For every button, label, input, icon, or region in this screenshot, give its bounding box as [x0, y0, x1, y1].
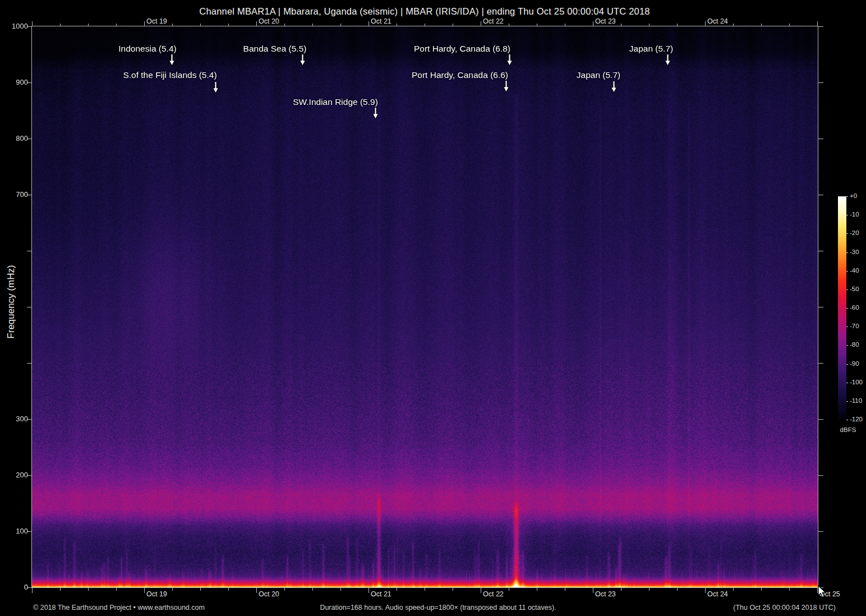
- x-tick-label-top: Oct 22: [483, 17, 504, 25]
- footer-timestamp: (Thu Oct 25 00:00:04 2018 UTC): [733, 604, 836, 612]
- x-minor-tick-bottom: [649, 588, 650, 591]
- colorbar-tick-label: -70: [850, 323, 859, 329]
- x-minor-tick-bottom: [228, 588, 229, 591]
- y-tick-right: [818, 531, 823, 532]
- x-minor-tick-bottom: [537, 588, 537, 591]
- x-minor-tick-top: [733, 24, 734, 26]
- x-minor-tick-bottom: [677, 588, 678, 591]
- x-minor-tick-top: [60, 24, 61, 26]
- x-minor-tick-top: [200, 24, 201, 26]
- x-minor-tick-bottom: [60, 588, 61, 591]
- x-minor-tick-top: [537, 24, 537, 26]
- y-tick-right: [818, 475, 823, 476]
- down-arrow-icon: [168, 54, 176, 66]
- x-minor-tick-bottom: [621, 588, 621, 591]
- figure-title: Channel MBAR1A | Mbarara, Uganda (seismi…: [199, 6, 650, 17]
- x-major-tick-bottom: [32, 588, 33, 593]
- x-minor-tick-bottom: [761, 588, 762, 591]
- y-tick-right: [818, 26, 823, 27]
- y-tick-label: 0: [1, 583, 28, 591]
- x-minor-tick-bottom: [284, 588, 285, 591]
- colorbar: [838, 196, 846, 420]
- colorbar-tick-label: -120: [850, 416, 863, 422]
- earthquake-label: Banda Sea (5.5): [243, 44, 307, 54]
- x-major-tick-top: [593, 21, 593, 26]
- x-major-tick-top: [817, 21, 818, 26]
- earthquake-label: Japan (5.7): [629, 44, 673, 54]
- colorbar-tick: [846, 308, 848, 309]
- x-major-tick-top: [144, 21, 145, 26]
- colorbar-tick-label: -110: [850, 397, 862, 404]
- x-major-tick-bottom: [144, 588, 145, 593]
- x-tick-label-top: Oct 23: [595, 17, 616, 25]
- colorbar-tick: [846, 327, 848, 327]
- x-minor-tick-top: [621, 24, 621, 26]
- x-major-tick-bottom: [256, 588, 257, 593]
- x-major-tick-bottom: [481, 588, 481, 593]
- y-tick-right: [818, 419, 823, 420]
- down-arrow-icon: [664, 54, 671, 66]
- colorbar-tick-label: -20: [850, 229, 859, 236]
- x-major-tick-top: [368, 21, 369, 26]
- x-major-tick-top: [705, 21, 706, 26]
- x-minor-tick-top: [312, 24, 313, 26]
- x-tick-label-top: Oct 19: [146, 17, 167, 25]
- x-tick-label-top: Oct 24: [707, 17, 728, 25]
- down-arrow-icon: [610, 81, 618, 93]
- colorbar-tick-label: -10: [850, 211, 859, 218]
- x-major-tick-bottom: [593, 588, 593, 593]
- x-minor-tick-top: [172, 24, 173, 26]
- colorbar-tick: [846, 233, 848, 234]
- y-axis-title: Frequency (mHz): [6, 265, 17, 338]
- colorbar-tick-label: -100: [850, 379, 863, 385]
- x-minor-tick-top: [453, 24, 453, 26]
- colorbar-tick: [846, 196, 848, 197]
- x-minor-tick-top: [340, 24, 341, 26]
- spectrogram-figure: Channel MBAR1A | Mbarara, Uganda (seismi…: [0, 0, 866, 616]
- x-minor-tick-top: [425, 24, 425, 26]
- colorbar-tick: [846, 345, 848, 346]
- colorbar-title: dBFS: [840, 426, 856, 433]
- colorbar-tick: [846, 252, 848, 253]
- colorbar-tick: [846, 364, 848, 365]
- y-tick-label: 700: [1, 190, 28, 199]
- colorbar-tick: [846, 401, 848, 402]
- x-minor-tick-bottom: [453, 588, 453, 591]
- colorbar-tick: [846, 215, 848, 215]
- y-tick-label: 900: [1, 78, 28, 86]
- footer-duration: Duration=168 hours. Audio speed-up=1800×…: [320, 604, 556, 612]
- x-minor-tick-top: [565, 24, 565, 26]
- x-minor-tick-bottom: [340, 588, 341, 591]
- x-major-tick-bottom: [705, 588, 706, 593]
- x-minor-tick-bottom: [172, 588, 173, 591]
- y-tick-right: [818, 82, 823, 83]
- y-tick-right: [818, 139, 823, 139]
- down-arrow-icon: [372, 107, 379, 119]
- x-minor-tick-bottom: [397, 588, 397, 591]
- x-tick-label-bottom: Oct 20: [259, 590, 279, 598]
- x-minor-tick-bottom: [565, 588, 565, 591]
- y-tick-right: [818, 363, 823, 364]
- x-tick-label-bottom: Oct 24: [707, 590, 728, 598]
- x-minor-tick-top: [509, 24, 509, 26]
- colorbar-tick: [846, 271, 848, 272]
- y-tick-right: [818, 307, 823, 307]
- colorbar-tick: [846, 420, 848, 420]
- y-tick-label: 100: [1, 527, 28, 535]
- y-tick-left: [27, 363, 32, 364]
- y-tick-right: [818, 195, 823, 195]
- x-major-tick-top: [32, 21, 33, 26]
- y-tick-left: [27, 307, 32, 307]
- x-minor-tick-top: [228, 24, 229, 26]
- earthquake-label: S.of the Fiji Islands (5.4): [123, 70, 216, 80]
- earthquake-label: Port Hardy, Canada (6.8): [414, 44, 510, 54]
- colorbar-tick-label: -90: [850, 360, 859, 367]
- x-minor-tick-bottom: [509, 588, 509, 591]
- x-minor-tick-bottom: [200, 588, 201, 591]
- earthquake-label: Port Hardy, Canada (6.6): [412, 70, 508, 80]
- y-tick-right: [818, 251, 823, 251]
- colorbar-tick: [846, 383, 848, 383]
- spectrogram-canvas: [32, 26, 818, 587]
- y-tick-label: 200: [1, 471, 28, 479]
- x-tick-label-bottom: Oct 19: [146, 590, 167, 598]
